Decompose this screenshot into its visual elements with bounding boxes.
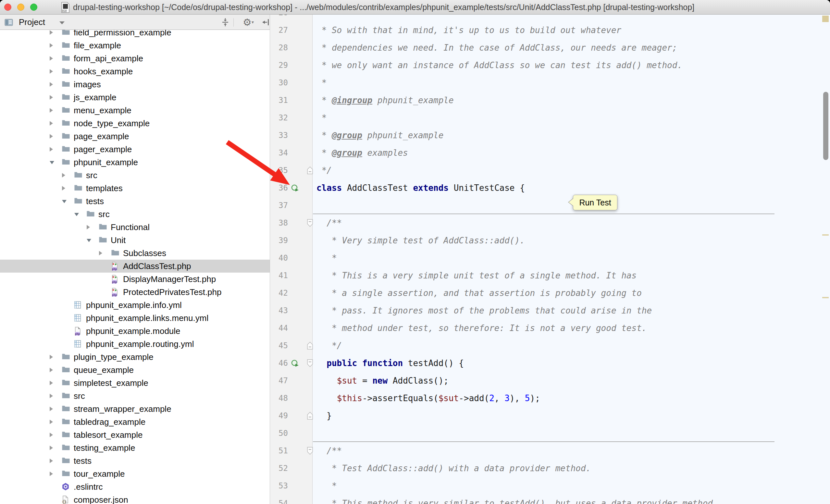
code-line-35[interactable]: */ [317,162,332,179]
code-line-32[interactable]: * [317,109,326,127]
zoom-button[interactable] [30,4,37,11]
tree-item-tablesort-example[interactable]: tablesort_example [0,428,270,441]
tree-item-stream-wrapper-example[interactable]: stream_wrapper_example [0,402,270,415]
editor-scrollbar-thumb[interactable] [823,92,828,160]
code-line-44[interactable]: * method under test, so therefore: It is… [317,320,647,337]
chevron-right-icon[interactable] [50,134,53,139]
code-line-36[interactable]: class AddClassTest extends UnitTestCase … [317,179,525,197]
tree-item-queue-example[interactable]: queue_example [0,364,270,376]
tree-item-addclasstest-php[interactable]: phpAddClassTest.php [0,260,270,273]
code-line-47[interactable]: $sut = new AddClass(); [317,372,449,390]
tree-item-tabledrag-example[interactable]: tabledrag_example [0,415,270,428]
code-line-29[interactable]: * we only want an instance of AddClass s… [317,57,682,74]
chevron-right-icon[interactable] [87,225,90,230]
fold-marker-icon[interactable] [307,412,313,419]
code-editor[interactable]: 2627 * So with that in mind, it's up to … [270,14,830,504]
tree-item-functional[interactable]: Functional [0,221,270,234]
tree-item--eslintrc[interactable]: .eslintrc [0,480,270,493]
code-line-46[interactable]: public function testAdd() { [317,355,464,372]
tree-item-subclasses[interactable]: Subclasses [0,247,270,260]
tree-item-unit[interactable]: Unit [0,234,270,247]
chevron-right-icon[interactable] [50,121,53,126]
chevron-right-icon[interactable] [50,355,53,359]
fold-marker-icon[interactable] [307,447,313,455]
code-line-41[interactable]: * This is a very simple unit test of a s… [317,267,637,284]
fold-marker-icon[interactable] [307,167,313,174]
fold-marker-icon[interactable] [307,359,313,367]
code-line-33[interactable]: * @group phpunit_example [317,127,443,144]
tree-item-src[interactable]: src [0,390,270,402]
run-test-gutter-icon[interactable] [291,359,299,368]
run-test-tooltip[interactable]: Run Test [573,195,617,210]
chevron-down-icon[interactable] [59,22,65,24]
code-line-30[interactable]: * [317,74,326,92]
tree-item-phpunit-example-links-menu-yml[interactable]: phpunit_example.links.menu.yml [0,311,270,325]
chevron-down-icon[interactable] [50,161,54,164]
chevron-right-icon[interactable] [50,147,53,152]
scroll-from-source-icon[interactable] [221,18,229,28]
chevron-right-icon[interactable] [50,419,53,424]
code-line-45[interactable]: */ [317,337,342,355]
chevron-right-icon[interactable] [50,381,53,385]
chevron-right-icon[interactable] [50,56,53,61]
code-line-53[interactable]: * [317,477,337,495]
stripe-warning-mark[interactable] [822,297,829,298]
tree-item-hooks-example[interactable]: hooks_example [0,65,270,78]
fold-marker-icon[interactable] [307,342,313,349]
code-line-48[interactable]: $this->assertEquals($sut->add(2, 3), 5); [317,390,540,407]
tree-item-pager-example[interactable]: pager_example [0,143,270,156]
code-line-31[interactable]: * @ingroup phpunit_example [317,92,454,109]
chevron-right-icon[interactable] [50,433,53,437]
settings-gear-icon[interactable]: ⚙▾ [243,16,254,28]
chevron-right-icon[interactable] [50,445,53,450]
chevron-down-icon[interactable] [74,213,79,216]
tree-item-phpunit-example-module[interactable]: phpphpunit_example.module [0,325,270,337]
code-line-52[interactable]: * Test AddClass::add() with a data provi… [317,460,591,477]
chevron-right-icon[interactable] [50,30,53,35]
hide-panel-icon[interactable] [262,18,270,28]
chevron-down-icon[interactable] [87,239,91,242]
tree-item-protectedprivatestest-php[interactable]: phpProtectedPrivatesTest.php [0,285,270,299]
chevron-right-icon[interactable] [50,368,53,372]
tree-item-phpunit-example-routing-yml[interactable]: phpunit_example.routing.yml [0,337,270,350]
code-line-38[interactable]: /** [317,214,342,232]
code-line-40[interactable]: * [317,249,337,267]
tree-item-file-example[interactable]: file_example [0,39,270,52]
fold-marker-icon[interactable] [307,219,313,227]
chevron-right-icon[interactable] [50,407,53,411]
chevron-right-icon[interactable] [50,459,53,463]
code-line-43[interactable]: * pass. It ignores most of the problems … [317,302,652,320]
tree-item-simpletest-example[interactable]: simpletest_example [0,376,270,390]
code-line-34[interactable]: * @group examples [317,144,408,162]
chevron-right-icon[interactable] [62,173,65,177]
chevron-right-icon[interactable] [50,394,53,398]
tree-item-src[interactable]: src [0,169,270,182]
tree-item-displaymanagertest-php[interactable]: phpDisplayManagerTest.php [0,273,270,285]
tree-item-images[interactable]: images [0,78,270,91]
project-panel-title[interactable]: Project [19,14,45,30]
tree-item-node-type-example[interactable]: node_type_example [0,117,270,130]
tree-item-menu-example[interactable]: menu_example [0,104,270,117]
chevron-right-icon[interactable] [99,251,102,256]
tree-item-tests[interactable]: tests [0,195,270,208]
tree-item-plugin-type-example[interactable]: plugin_type_example [0,350,270,364]
chevron-right-icon[interactable] [50,108,53,112]
tree-item-templates[interactable]: templates [0,182,270,195]
chevron-right-icon[interactable] [62,186,65,191]
chevron-right-icon[interactable] [50,472,53,476]
chevron-right-icon[interactable] [50,82,53,87]
code-line-51[interactable]: /** [317,442,342,460]
chevron-down-icon[interactable] [62,200,67,203]
tree-item-src[interactable]: src [0,208,270,221]
tree-item-composer-json[interactable]: {}composer.json [0,493,270,504]
chevron-right-icon[interactable] [50,43,53,48]
chevron-right-icon[interactable] [50,95,53,100]
run-test-gutter-icon[interactable] [291,184,299,193]
tree-item-page-example[interactable]: page_example [0,130,270,143]
code-line-49[interactable]: } [317,407,332,425]
code-line-54[interactable]: * This method is very similar to testAdd… [317,495,713,504]
tree-item-form-api-example[interactable]: form_api_example [0,52,270,65]
tree-item-phpunit-example[interactable]: phpunit_example [0,156,270,169]
stripe-warning-mark[interactable] [822,15,829,22]
code-line-27[interactable]: * So with that in mind, it's up to us to… [317,22,621,39]
